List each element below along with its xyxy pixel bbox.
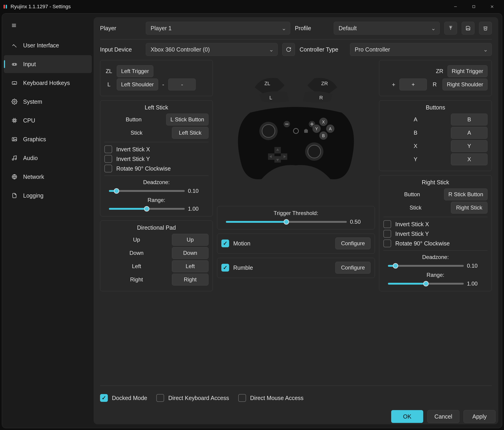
refresh-devices-button[interactable]: [282, 43, 295, 56]
dpad-down-mapping[interactable]: Down: [172, 247, 208, 259]
sidebar-item-graphics[interactable]: Graphics: [4, 130, 92, 148]
sidebar-item-system[interactable]: System: [4, 93, 92, 110]
dpad-right-mapping[interactable]: Right: [172, 274, 208, 285]
rs-range-slider[interactable]: 1.00: [383, 281, 487, 287]
motion-checkbox[interactable]: [221, 239, 229, 247]
controller-type-select[interactable]: Pro Controller ⌄: [350, 43, 492, 56]
b-mapping[interactable]: A: [451, 127, 487, 139]
gear-icon: [11, 99, 18, 105]
apply-button[interactable]: Apply: [463, 410, 495, 423]
zr-label: ZR: [435, 68, 444, 74]
close-button[interactable]: [483, 2, 501, 12]
rs-range-label: Range:: [383, 272, 487, 278]
svg-point-32: [15, 158, 17, 160]
hamburger-button[interactable]: [7, 18, 21, 33]
minimize-button[interactable]: [446, 2, 465, 12]
direct-mouse-checkbox[interactable]: Direct Mouse Access: [238, 394, 304, 402]
trigger-threshold-slider[interactable]: 0.50: [221, 219, 370, 225]
minus-mapping[interactable]: -: [168, 79, 196, 91]
svg-point-44: [308, 145, 321, 158]
x-mapping[interactable]: Y: [451, 140, 487, 152]
maximize-button[interactable]: [465, 2, 483, 12]
sidebar-item-label: Input: [23, 61, 36, 68]
svg-text:R: R: [319, 95, 323, 101]
sidebar-item-cpu[interactable]: CPU: [4, 111, 92, 129]
ls-invert-y-checkbox[interactable]: Invert Stick Y: [104, 155, 208, 163]
l-label: L: [104, 81, 114, 88]
image-icon: [11, 136, 18, 142]
ls-range-slider[interactable]: 1.00: [104, 206, 208, 212]
cpu-icon: [11, 117, 18, 124]
left-stick-title: Left Stick: [104, 104, 208, 111]
ls-deadzone-slider[interactable]: 0.10: [104, 188, 208, 194]
ls-deadzone-label: Deadzone:: [104, 179, 208, 185]
left-stick-box: Left Stick ButtonL Stick Button StickLef…: [100, 100, 213, 216]
direct-keyboard-checkbox[interactable]: Direct Keyboard Access: [156, 394, 229, 402]
svg-point-12: [15, 64, 16, 65]
delete-profile-button[interactable]: [479, 22, 492, 35]
ls-rotate-checkbox[interactable]: Rotate 90° Clockwise: [104, 165, 208, 172]
dpad-title: Directional Pad: [104, 224, 208, 231]
trigger-threshold-label: Trigger Threshold:: [221, 210, 370, 216]
load-profile-button[interactable]: [444, 22, 457, 35]
keyboard-icon: [11, 80, 18, 86]
svg-point-30: [13, 138, 14, 139]
ls-stick-mapping[interactable]: Left Stick: [172, 127, 208, 139]
rs-button-label: Button: [383, 191, 441, 198]
ls-button-label: Button: [104, 116, 163, 123]
svg-text:A: A: [329, 127, 332, 131]
sidebar-item-keyboard-hotkeys[interactable]: Keyboard Hotkeys: [4, 74, 92, 92]
player-select[interactable]: Player 1 ⌄: [146, 22, 290, 35]
ls-button-mapping[interactable]: L Stick Button: [166, 114, 208, 126]
input-device-label: Input Device: [100, 46, 141, 53]
sidebar-item-user-interface[interactable]: User Interface: [4, 37, 92, 54]
rumble-checkbox[interactable]: [221, 264, 229, 272]
sidebar-item-label: Logging: [23, 192, 44, 199]
docked-mode-checkbox[interactable]: Docked Mode: [100, 394, 147, 402]
ok-button[interactable]: OK: [391, 410, 423, 423]
plus-label: +: [391, 81, 396, 88]
sidebar: User InterfaceInputKeyboard HotkeysSyste…: [2, 14, 94, 428]
zl-mapping[interactable]: Left Trigger: [117, 65, 153, 77]
svg-text:ZL: ZL: [264, 81, 270, 86]
rs-rotate-checkbox[interactable]: Rotate 90° Clockwise: [383, 239, 487, 247]
sidebar-item-network[interactable]: Network: [4, 168, 92, 186]
rs-invert-y-checkbox[interactable]: Invert Stick Y: [383, 230, 487, 238]
rumble-configure-button[interactable]: Configure: [335, 262, 370, 274]
sidebar-item-audio[interactable]: Audio: [4, 149, 92, 167]
input-device-select[interactable]: Xbox 360 Controller (0) ⌄: [146, 43, 278, 56]
svg-rect-59: [304, 130, 308, 133]
cancel-button[interactable]: Cancel: [427, 410, 459, 423]
trigger-threshold-box: Trigger Threshold: 0.50: [217, 206, 375, 229]
sidebar-item-input[interactable]: Input: [4, 55, 92, 73]
plus-mapping[interactable]: +: [399, 79, 427, 91]
dpad-box: Directional Pad UpUp DownDown LeftLeft R…: [100, 220, 213, 291]
dpad-up-mapping[interactable]: Up: [172, 234, 208, 246]
y-mapping[interactable]: X: [451, 153, 487, 165]
motion-configure-button[interactable]: Configure: [335, 238, 370, 249]
rs-invert-x-checkbox[interactable]: Invert Stick X: [383, 220, 487, 228]
rs-deadzone-slider[interactable]: 0.10: [383, 263, 487, 269]
dpad-left-mapping[interactable]: Left: [172, 260, 208, 272]
right-stick-title: Right Stick: [383, 179, 487, 186]
player-label: Player: [100, 25, 141, 32]
l-mapping[interactable]: Left Shoulder: [117, 79, 158, 91]
zr-mapping[interactable]: Right Trigger: [448, 65, 487, 77]
sidebar-item-logging[interactable]: Logging: [4, 187, 92, 204]
save-profile-button[interactable]: [462, 22, 475, 35]
r-label: R: [430, 81, 439, 88]
rs-stick-mapping[interactable]: Right Stick: [451, 202, 487, 214]
r-mapping[interactable]: Right Shoulder: [442, 79, 487, 91]
svg-text:Y: Y: [315, 127, 318, 131]
chevron-down-icon: ⌄: [281, 25, 286, 32]
a-mapping[interactable]: B: [451, 114, 487, 126]
ls-invert-x-checkbox[interactable]: Invert Stick X: [104, 145, 208, 153]
profile-select[interactable]: Default ⌄: [334, 22, 440, 35]
buttons-box: Buttons AB BA XY YX: [379, 100, 492, 171]
titlebar: Ryujinx 1.1.1297 - Settings: [0, 0, 504, 13]
rs-button-mapping[interactable]: R Stick Button: [444, 188, 487, 200]
motion-box: Motion Configure: [217, 234, 375, 254]
chevron-down-icon: ⌄: [269, 46, 274, 53]
profile-label: Profile: [295, 25, 329, 32]
user-interface-icon: [11, 42, 18, 48]
